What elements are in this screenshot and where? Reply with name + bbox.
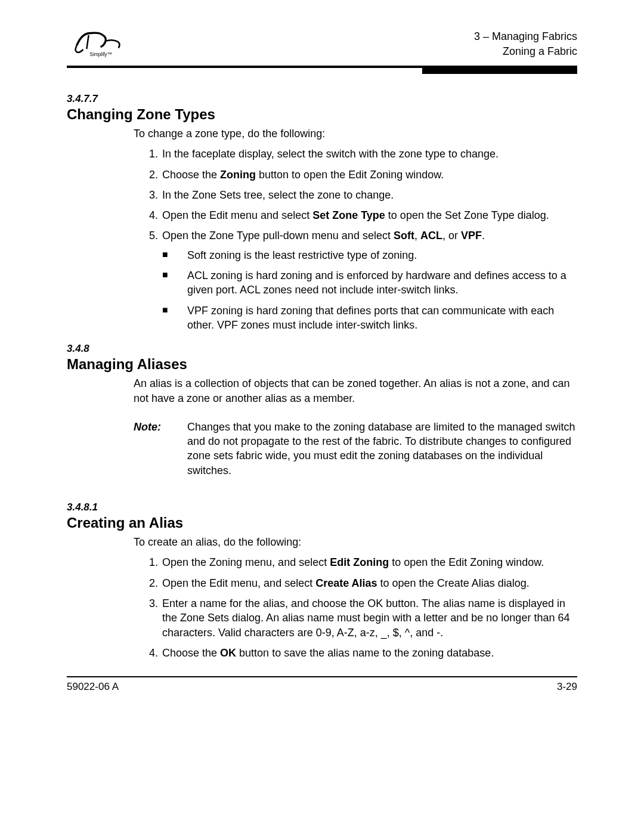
step-item: In the Zone Sets tree, select the zone t… — [161, 188, 577, 202]
section-managing-aliases: 3.4.8 Managing Aliases An alias is a col… — [67, 343, 577, 478]
page-footer: 59022-06 A 3-29 — [67, 676, 577, 693]
step-item: Open the Edit menu and select Set Zone T… — [161, 208, 577, 222]
section-number: 3.4.8.1 — [67, 501, 577, 513]
step-item: In the faceplate display, select the swi… — [161, 147, 577, 161]
section-intro: To change a zone type, do the following: — [134, 126, 577, 141]
step-item: Choose the OK button to save the alias n… — [161, 646, 577, 660]
section-title: Managing Aliases — [67, 356, 577, 373]
bullet-item: ACL zoning is hard zoning and is enforce… — [162, 268, 577, 298]
footer-page-number: 3-29 — [557, 681, 577, 693]
note-label: Note: — [134, 420, 187, 478]
header-rule — [67, 66, 577, 74]
section-title: Changing Zone Types — [67, 106, 577, 123]
logo: Simplify™ — [67, 23, 126, 58]
step-item: Enter a name for the alias, and choose t… — [161, 596, 577, 640]
step-item: Choose the Zoning button to open the Edi… — [161, 168, 577, 182]
header-chapter: 3 – Managing Fabrics — [474, 29, 577, 44]
content: 3.4.7.7 Changing Zone Types To change a … — [67, 74, 577, 660]
step-item: Open the Edit menu, and select Create Al… — [161, 576, 577, 590]
section-intro: To create an alias, do the following: — [134, 535, 577, 549]
footer-doc-id: 59022-06 A — [67, 681, 119, 693]
section-intro: An alias is a collection of objects that… — [134, 376, 577, 405]
bullet-item: Soft zoning is the least restrictive typ… — [162, 248, 577, 262]
steps-list: Open the Zoning menu, and select Edit Zo… — [134, 555, 577, 660]
header-black-block — [422, 66, 577, 74]
step-item: Open the Zoning menu, and select Edit Zo… — [161, 555, 577, 569]
step-item: Open the Zone Type pull-down menu and se… — [161, 228, 577, 332]
section-title: Creating an Alias — [67, 515, 577, 531]
page: Simplify™ 3 – Managing Fabrics Zoning a … — [0, 0, 644, 833]
header-text: 3 – Managing Fabrics Zoning a Fabric — [474, 29, 577, 58]
note-text: Changes that you make to the zoning data… — [187, 420, 577, 478]
section-number: 3.4.8 — [67, 343, 577, 355]
section-changing-zone-types: 3.4.7.7 Changing Zone Types To change a … — [67, 93, 577, 332]
steps-list: In the faceplate display, select the swi… — [134, 147, 577, 332]
sub-bullets: Soft zoning is the least restrictive typ… — [162, 248, 577, 332]
header-subline: Zoning a Fabric — [474, 44, 577, 58]
bullet-item: VPF zoning is hard zoning that defines p… — [162, 304, 577, 333]
note-block: Note: Changes that you make to the zonin… — [134, 420, 577, 478]
page-header: Simplify™ 3 – Managing Fabrics Zoning a … — [67, 23, 577, 66]
logo-tagline: Simplify™ — [89, 51, 112, 57]
section-creating-alias: 3.4.8.1 Creating an Alias To create an a… — [67, 501, 577, 660]
section-number: 3.4.7.7 — [67, 93, 577, 105]
